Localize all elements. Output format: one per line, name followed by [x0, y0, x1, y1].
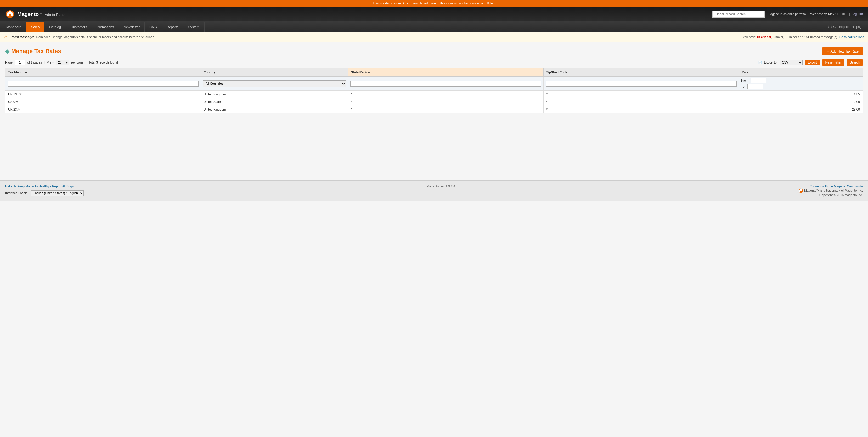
alert-icon: ⚠ [4, 34, 8, 39]
header-date: Wednesday, May 11, 2016 [810, 12, 847, 16]
alert-bar: ⚠ Latest Message: Reminder: Change Magen… [0, 32, 868, 42]
rate-from-label: From: [741, 79, 749, 82]
filter-country-select[interactable]: All Countries United Kingdom United Stat… [203, 80, 346, 87]
col-country: Country [200, 68, 348, 76]
user-name: Logged in as enzo.perrotta [769, 12, 806, 16]
community-link[interactable]: Connect with the Magento Community [810, 184, 863, 188]
export-icon: 📄 [758, 61, 762, 64]
filter-tax-identifier-cell [5, 76, 201, 91]
of-pages-text: of 1 pages [27, 61, 42, 64]
add-btn-label: Add New Tax Rate [831, 49, 859, 53]
table-header-row: Tax Identifier Country State/Region ↑ Zi… [5, 68, 863, 76]
filter-rate-to-input[interactable] [747, 84, 763, 89]
cell-state-region: * [348, 106, 544, 113]
search-button[interactable]: Search [846, 59, 863, 66]
notifications-link[interactable]: Go to notifications [839, 35, 864, 39]
cell-zip: * [544, 106, 739, 113]
footer-inner: Help Us Keep Magento Healthy - Report Al… [5, 184, 863, 197]
filter-state-region-input[interactable] [350, 81, 541, 87]
critical-count: 13 critical [756, 35, 771, 39]
logo-text-area: Magento ™ Admin Panel [17, 11, 65, 17]
minor-count: 19 minor [785, 35, 797, 39]
alert-left: ⚠ Latest Message: Reminder: Change Magen… [4, 34, 154, 39]
tax-rates-table: Tax Identifier Country State/Region ↑ Zi… [5, 68, 863, 113]
view-label: View [47, 61, 54, 64]
table-row: UK 23% United Kingdom * * 23.00 [5, 106, 863, 113]
per-page-suffix: per page [71, 61, 84, 64]
page-number-input[interactable] [14, 60, 25, 65]
rate-to-label: To : [741, 85, 746, 88]
bug-report-link[interactable]: Help Us Keep Magento Healthy - Report Al… [5, 184, 73, 188]
export-format-select[interactable]: CSV Excel XML [780, 60, 803, 65]
nav-item-promotions[interactable]: Promotions [92, 22, 119, 32]
cell-zip: * [544, 91, 739, 98]
cell-rate: 0.00 [739, 98, 863, 106]
logo-area: Magento ™ Admin Panel [5, 9, 65, 19]
filter-rate-cell: From: To : [739, 76, 863, 91]
footer: Help Us Keep Magento Healthy - Report Al… [0, 180, 868, 201]
toolbar-right: 📄 Export to: CSV Excel XML Export Reset … [758, 59, 863, 66]
header-user-info: Logged in as enzo.perrotta | Wednesday, … [769, 12, 863, 16]
pipe2: | [86, 61, 86, 64]
header: Magento ™ Admin Panel Logged in as enzo.… [0, 7, 868, 22]
cell-country: United States [200, 98, 348, 106]
logout-link[interactable]: Log Out [851, 12, 863, 16]
major-count: 6 major [773, 35, 783, 39]
nav-item-sales[interactable]: Sales [26, 22, 45, 32]
footer-right: Connect with the Magento Community Magen… [798, 184, 863, 197]
cell-country: United Kingdom [200, 106, 348, 113]
filter-tax-identifier-input[interactable] [8, 81, 198, 87]
help-link[interactable]: ⓘ Get help for this page [824, 22, 868, 32]
per-page-select[interactable]: 20 30 50 100 200 [56, 60, 69, 65]
alert-label: Latest Message: [10, 35, 34, 39]
filter-zip-cell [544, 76, 739, 91]
logo-sub: ™ [40, 12, 42, 15]
demo-banner-text: This is a demo store. Any orders placed … [373, 2, 495, 5]
pipe1: | [44, 61, 45, 64]
nav-item-reports[interactable]: Reports [162, 22, 184, 32]
export-to-label: Export to: [764, 61, 777, 64]
alert-message: Reminder: Change Magento's default phone… [36, 35, 154, 39]
trademark-text: Magento™ is a trademark of Magento Inc. [804, 189, 863, 192]
footer-center: Magento ver. 1.9.2.4 [426, 184, 455, 188]
nav-item-cms[interactable]: CMS [145, 22, 162, 32]
filter-rate-from-input[interactable] [750, 78, 766, 83]
filter-country-cell: All Countries United Kingdom United Stat… [200, 76, 348, 91]
alert-right-prefix: You have [743, 35, 756, 39]
magento-footer-logo [798, 188, 803, 193]
locale-row: Interface Locale: English (United States… [5, 190, 84, 196]
toolbar: Page of 1 pages | View 20 30 50 100 200 … [5, 59, 863, 66]
cell-state-region: * [348, 98, 544, 106]
nav-item-newsletter[interactable]: Newsletter [119, 22, 145, 32]
total-records: Total 3 records found [89, 61, 118, 64]
footer-left: Help Us Keep Magento Healthy - Report Al… [5, 184, 84, 196]
cell-tax-identifier: US 0% [5, 98, 201, 106]
cell-state-region: * [348, 91, 544, 98]
sort-icon: ↑ [372, 71, 374, 74]
page-label: Page [5, 61, 12, 64]
copyright-text: Copyright © 2016 Magento Inc. [819, 193, 863, 197]
nav-bar: Dashboard Sales Catalog Customers Promot… [0, 22, 868, 32]
locale-label: Interface Locale: [5, 191, 29, 195]
nav-item-dashboard[interactable]: Dashboard [0, 22, 26, 32]
logo-brand: Magento [17, 11, 39, 17]
nav-item-catalog[interactable]: Catalog [44, 22, 66, 32]
global-search-input[interactable] [712, 11, 765, 18]
page-title-text: Manage Tax Rates [11, 48, 61, 55]
reset-filter-button[interactable]: Reset Filter [822, 59, 844, 66]
nav-item-customers[interactable]: Customers [66, 22, 92, 32]
cell-tax-identifier: UK 13.5% [5, 91, 201, 98]
notice-count: 151 [804, 35, 809, 39]
filter-zip-input[interactable] [546, 81, 737, 87]
cell-rate: 13.5 [739, 91, 863, 98]
col-rate: Rate [739, 68, 863, 76]
cell-rate: 23.00 [739, 106, 863, 113]
nav-item-system[interactable]: System [183, 22, 204, 32]
locale-select[interactable]: English (United States) / English [31, 190, 84, 196]
col-tax-identifier: Tax Identifier [5, 68, 201, 76]
export-button[interactable]: Export [805, 60, 820, 65]
col-zip-post-code: Zip/Post Code [544, 68, 739, 76]
toolbar-left: Page of 1 pages | View 20 30 50 100 200 … [5, 60, 118, 65]
add-new-tax-rate-button[interactable]: + Add New Tax Rate [823, 47, 863, 56]
page-title-icon: ◆ [5, 48, 9, 54]
